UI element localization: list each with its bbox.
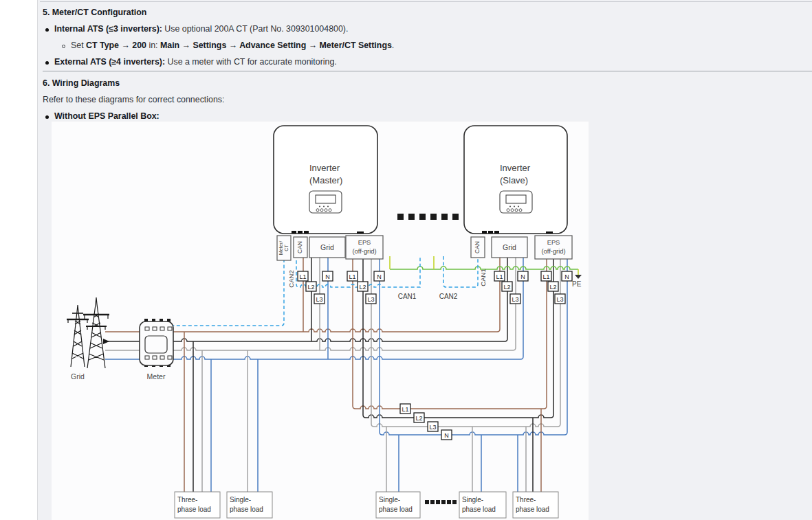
more-inverters-dots-icon [397, 214, 459, 220]
grid-towers-icon [67, 297, 109, 368]
svg-text:phase load: phase load [177, 506, 211, 513]
slave-ports: CAN Grid EPS (off-grid) [471, 236, 572, 259]
grid-source-label: Grid [71, 372, 85, 381]
tag-l3: L3 [366, 294, 376, 304]
svg-text:L2: L2 [359, 284, 366, 291]
svg-text:Single-: Single- [379, 496, 400, 504]
bullet-internal-ats-text: Use optional 200A CT (Part No. 309301004… [162, 24, 348, 34]
can1-label: CAN1 [398, 293, 417, 300]
tag-l3: L3 [555, 294, 565, 304]
section-5-heading: 5. Meter/CT Configuration [43, 8, 146, 17]
tag-l1: L1 [541, 271, 551, 281]
tag-l2: L2 [548, 282, 558, 291]
svg-text:L1: L1 [542, 273, 549, 280]
svg-text:L2: L2 [549, 284, 556, 291]
can2-label: CAN2 [439, 293, 458, 300]
load-boxes: Three- phase load Single- phase load Sin… [175, 492, 558, 518]
svg-text:N: N [325, 273, 330, 280]
inverter-slave-line2: (Slave) [500, 175, 528, 185]
load-single-phase-1: Single- phase load [227, 492, 272, 518]
page-left-margin [0, 0, 38, 520]
inverter-slave: Inverter (Slave) [464, 126, 567, 234]
more-loads-dots-icon [425, 500, 457, 504]
tag-l1: L1 [400, 404, 410, 414]
port-meter-ct-label2: CT [283, 245, 289, 251]
svg-text:Single-: Single- [230, 496, 251, 504]
master-ports: Meter/ CT CAN Grid EPS (off-grid) [277, 236, 383, 260]
svg-text:Three-: Three- [516, 496, 536, 504]
tag-l1: L1 [494, 271, 505, 281]
bullet-icon [45, 115, 49, 119]
bullet-internal-ats: Internal ATS (≤3 inverters): Use optiona… [54, 24, 348, 34]
tag-n: N [441, 430, 452, 440]
tag-l2: L2 [358, 282, 368, 291]
wire-l1-eps-bus [353, 259, 547, 409]
svg-text:phase load: phase load [379, 506, 413, 513]
can2-vertical-label: CAN2 [287, 270, 295, 287]
port-eps-label1: EPS [547, 239, 560, 246]
svg-text:N: N [520, 273, 525, 280]
sub-post: . [392, 41, 394, 50]
bullet-internal-ats-bold: Internal ATS (≤3 inverters): [54, 24, 162, 34]
svg-text:phase load: phase load [230, 506, 263, 513]
svg-text:L1: L1 [299, 273, 306, 280]
port-grid-label: Grid [320, 243, 334, 251]
bullet-without-eps-box: Without EPS Parallel Box: [54, 111, 160, 121]
phase-tags: L1 L2 L3 N L1 L2 L3 N L1 L2 L3 N L1 L2 L… [298, 271, 572, 440]
section-6-intro: Refer to these diagrams for correct conn… [43, 95, 224, 104]
svg-text:Three-: Three- [177, 496, 197, 504]
sub-bullet-ct-type: Set CT Type → 200 in: Main → Settings → … [71, 41, 394, 50]
sub-mid: in: [146, 41, 160, 50]
svg-text:N: N [377, 273, 382, 280]
tag-l1: L1 [347, 271, 358, 281]
load-three-phase-1: Three- phase load [175, 492, 220, 518]
tag-l2: L2 [502, 282, 512, 291]
inverter-master: Inverter (Master) [274, 126, 377, 234]
tag-l3: L3 [314, 294, 325, 304]
svg-text:phase load: phase load [516, 506, 549, 513]
eps-bus-wires [353, 259, 567, 435]
port-can-label: CAN [296, 241, 303, 253]
port-eps-label2: (off-grid) [542, 248, 566, 255]
tag-n: N [562, 271, 572, 281]
ground-symbol-icon [575, 275, 582, 279]
sub-pre: Set [71, 41, 86, 50]
svg-text:L3: L3 [512, 296, 518, 303]
meter-device [140, 319, 173, 367]
pe-label: PE [572, 280, 582, 288]
svg-text:L2: L2 [503, 284, 510, 291]
svg-text:N: N [444, 432, 449, 439]
svg-text:L1: L1 [349, 273, 355, 280]
sub-bold1: CT Type → 200 [86, 41, 146, 50]
inverter-master-line1: Inverter [309, 163, 340, 173]
port-eps-label2: (off-grid) [353, 248, 377, 255]
wire-l3-eps-bus [371, 259, 560, 427]
tag-n: N [518, 271, 528, 281]
svg-text:Single-: Single- [462, 496, 483, 504]
wire-can-meter [173, 259, 284, 326]
tag-n: N [374, 271, 384, 281]
wiring-diagram-image: PE CAN1 CAN2 CAN2 CAN1 Grid Meter [52, 122, 589, 520]
svg-text:L3: L3 [429, 424, 436, 431]
bullet-icon [45, 28, 49, 32]
port-grid-label: Grid [503, 243, 516, 251]
svg-text:L2: L2 [415, 415, 422, 422]
can1-vertical-label: CAN1 [479, 269, 487, 286]
top-divider [40, 1, 812, 2]
bullet-external-ats-text: Use a meter with CT for accurate monitor… [165, 57, 337, 67]
bullet-external-ats-bold: External ATS (≥4 inverters): [54, 57, 165, 67]
section-divider [43, 71, 812, 71]
load-single-phase-3: Single- phase load [459, 492, 506, 518]
wire-l2-eps-bus [363, 259, 553, 418]
load-single-phase-2: Single- phase load [376, 492, 420, 518]
sub-bold2: Main → Settings → Advance Setting → Mete… [160, 41, 392, 50]
load-three-phase-2: Three- phase load [513, 492, 558, 518]
sub-bullet-icon [62, 45, 65, 48]
inverter-slave-line1: Inverter [500, 163, 531, 173]
inverter-master-line2: (Master) [309, 175, 342, 185]
bullet-external-ats: External ATS (≥4 inverters): Use a meter… [54, 57, 337, 67]
wire-can2-to-slave [443, 256, 478, 287]
svg-text:L1: L1 [402, 406, 408, 413]
tag-l3: L3 [428, 422, 438, 431]
wiring-diagram-svg: PE CAN1 CAN2 CAN2 CAN1 Grid Meter [52, 122, 589, 520]
